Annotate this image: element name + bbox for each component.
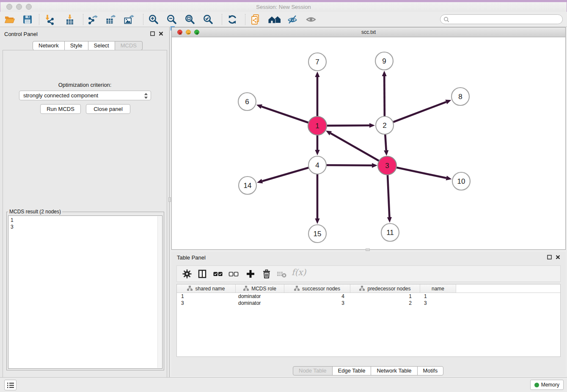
column-type-icon [187, 286, 193, 291]
search-field[interactable] [440, 14, 563, 24]
tab-network[interactable]: Network [33, 41, 65, 50]
network-view-window: scc.txt 7968124314101511 [171, 27, 566, 250]
mcds-result-title: MCDS result (2 nodes) [8, 209, 62, 215]
graph-edge-arrowhead [256, 104, 262, 109]
zoom-fit-icon[interactable] [184, 14, 195, 25]
zoom-out-icon[interactable] [166, 14, 177, 25]
vertical-splitter-handle[interactable] [168, 197, 171, 202]
mcds-result-list[interactable]: 1 3 [8, 215, 162, 369]
open-session-icon[interactable] [4, 14, 15, 25]
graph-node-label: 4 [315, 161, 319, 169]
tab-select[interactable]: Select [88, 41, 115, 50]
mcds-tab-content: Optimization criterion: strongly connect… [3, 50, 167, 392]
result-scrollbar[interactable] [157, 216, 162, 368]
graph-edge-arrowhead [257, 179, 263, 184]
header-filler [456, 284, 560, 293]
open-session-file-icon[interactable] [250, 14, 261, 25]
table-panel: Table Panel [171, 252, 566, 376]
tab-edge-table[interactable]: Edge Table [332, 366, 372, 375]
graph-node-label: 6 [245, 98, 249, 106]
tab-motifs[interactable]: Motifs [417, 366, 444, 375]
close-panel-button[interactable]: Close panel [86, 104, 130, 114]
table-panel-title: Table Panel [177, 254, 206, 261]
graph-edge-arrowhead [384, 150, 388, 156]
graph-edge-arrowhead [446, 176, 452, 180]
column-header-name[interactable]: name [420, 284, 456, 293]
memory-button[interactable]: Memory [530, 380, 564, 390]
tab-network-table[interactable]: Network Table [371, 366, 417, 375]
memory-label: Memory [541, 382, 559, 388]
toolbar-separator [222, 14, 222, 25]
application-window: Session: New Session [0, 0, 567, 392]
window-title: Session: New Session [0, 4, 567, 10]
graph-edge-arrowhead [445, 100, 451, 104]
table-toolbar: f(x) [176, 265, 561, 282]
table-row[interactable]: 3 dominator 3 2 3 [177, 300, 560, 306]
column-header-shared-name[interactable]: shared name [177, 284, 236, 293]
task-history-button[interactable] [4, 380, 17, 390]
hide-selected-eye-icon[interactable] [287, 14, 298, 25]
delete-column-icon[interactable] [261, 268, 272, 279]
graph-edge-arrowhead [372, 163, 377, 168]
main-titlebar: Session: New Session [0, 2, 567, 12]
deselect-all-icon[interactable] [228, 268, 239, 279]
toolbar-separator [39, 14, 39, 25]
graph-edge-arrowhead [315, 218, 319, 224]
control-panel-title: Control Panel [4, 31, 38, 37]
search-input[interactable] [451, 17, 562, 22]
save-session-icon[interactable] [22, 14, 33, 25]
import-table-icon[interactable] [64, 14, 75, 25]
tab-node-table[interactable]: Node Table [293, 366, 333, 375]
tab-mcds[interactable]: MCDS [115, 41, 143, 50]
refresh-icon[interactable] [227, 14, 238, 25]
graph-node-label: 2 [383, 121, 386, 130]
table-header-row: shared name MCDS role successor nodes pr… [177, 284, 560, 293]
column-type-icon [359, 286, 365, 291]
graph-node-label: 1 [315, 122, 319, 130]
mcds-result-group: MCDS result (2 nodes) 1 3 [6, 209, 164, 370]
control-panel-tabs: Network Style Select MCDS [33, 41, 143, 50]
graph-node-label: 11 [386, 229, 394, 237]
table-settings-gear-icon[interactable] [182, 268, 193, 279]
close-panel-icon[interactable] [158, 31, 164, 36]
float-panel-icon[interactable] [150, 31, 155, 36]
network-window-title: scc.txt [172, 29, 565, 35]
optimization-criterion-label: Optimization criterion: [3, 82, 167, 88]
toolbar-separator [83, 14, 83, 25]
column-header-mcds-role[interactable]: MCDS role [236, 284, 284, 293]
network-graph[interactable]: 7968124314101511 [172, 37, 565, 249]
export-image-icon[interactable] [124, 14, 135, 25]
table-row[interactable]: 1 dominator 4 1 1 [177, 293, 560, 300]
function-builder-icon-disabled: f(x) [292, 267, 306, 277]
float-table-panel-icon[interactable] [547, 254, 552, 260]
mcds-result-node: 3 [8, 224, 162, 230]
zoom-selected-icon[interactable] [203, 14, 214, 25]
run-mcds-button[interactable]: Run MCDS [40, 104, 81, 114]
optimization-criterion-value: strongly connected component [23, 92, 98, 99]
add-column-icon[interactable] [245, 268, 256, 279]
close-table-panel-icon[interactable] [555, 254, 561, 260]
show-columns-icon[interactable] [197, 268, 208, 279]
graph-edge-arrowhead [382, 71, 387, 76]
graph-edge-arrowhead [369, 123, 375, 128]
select-all-icon[interactable] [212, 268, 223, 279]
zoom-in-icon[interactable] [148, 14, 159, 25]
network-canvas[interactable]: 7968124314101511 [172, 37, 565, 249]
import-network-icon[interactable] [44, 14, 55, 25]
graph-node-label: 7 [315, 58, 319, 66]
export-network-icon[interactable] [87, 14, 98, 25]
graph-node-label: 15 [314, 230, 322, 238]
graph-node-label: 3 [385, 162, 389, 170]
graph-edge[interactable] [385, 102, 446, 125]
home-icon[interactable] [268, 14, 281, 25]
show-all-eye-icon[interactable] [306, 14, 317, 25]
control-panel: Control Panel Network Style Select MCDS … [0, 27, 170, 377]
column-header-successor-nodes[interactable]: successor nodes [284, 284, 350, 293]
export-table-icon[interactable] [105, 14, 116, 25]
tab-style[interactable]: Style [64, 41, 88, 50]
graph-node-label: 9 [382, 57, 386, 65]
column-header-predecessor-nodes[interactable]: predecessor nodes [350, 284, 420, 293]
horizontal-splitter-handle[interactable] [366, 248, 370, 251]
graph-node-label: 8 [458, 93, 462, 101]
optimization-criterion-select[interactable]: strongly connected component [19, 91, 151, 100]
